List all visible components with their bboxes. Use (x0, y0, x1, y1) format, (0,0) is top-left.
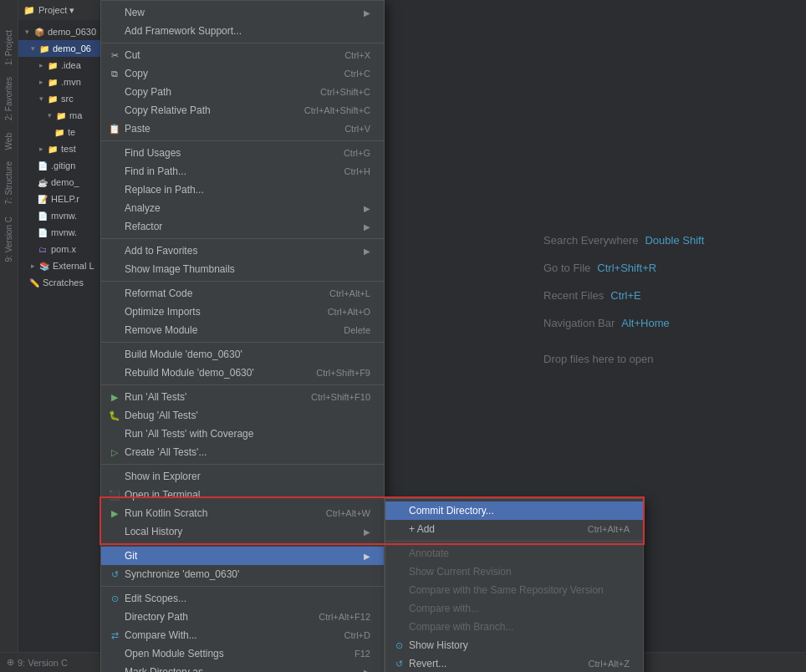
git-submenu-show-history[interactable]: ⊙ Show History (385, 636, 643, 654)
tab-structure[interactable]: 7: Structure (2, 156, 16, 210)
menu-item-add-favorites[interactable]: Add to Favorites ▶ (101, 242, 384, 260)
tree-item-label: .idea (61, 60, 81, 70)
tree-item-label: mvnw. (51, 211, 77, 221)
menu-item-edit-scopes[interactable]: ⊙ Edit Scopes... (101, 589, 384, 608)
terminal-icon: ⬛ (108, 488, 121, 501)
git-submenu-commit[interactable]: Commit Directory... (385, 501, 643, 520)
menu-item-compare-with[interactable]: ⇄ Compare With... Ctrl+D (101, 626, 384, 644)
tree-item-demo[interactable]: ☕ demo_ (18, 174, 101, 191)
tree-item-label: .gitign (51, 160, 75, 171)
menu-item-rebuild-module[interactable]: Rebuild Module 'demo_0630' Ctrl+Shift+F9 (101, 364, 384, 382)
menu-item-open-module-settings[interactable]: Open Module Settings F12 (101, 644, 384, 663)
expand-arrow: ▾ (23, 28, 32, 36)
menu-item-synchronize[interactable]: ↺ Synchronize 'demo_0630' (101, 565, 384, 583)
tree-item-idea[interactable]: ▸ 📁 .idea (18, 57, 101, 74)
menu-item-refactor[interactable]: Refactor ▶ (101, 217, 384, 236)
menu-shortcut: Ctrl+H (328, 166, 370, 176)
tab-version[interactable]: 9: Version C (2, 211, 16, 267)
menu-item-create-tests[interactable]: ▷ Create 'All Tests'... (101, 443, 384, 461)
menu-shortcut: Ctrl+Alt+A (571, 524, 630, 534)
menu-item-copy-relative-path[interactable]: Copy Relative Path Ctrl+Alt+Shift+C (101, 101, 384, 120)
tree-item-scratches[interactable]: ✏️ Scratches (18, 274, 101, 291)
menu-item-add-framework[interactable]: Add Framework Support... (101, 22, 384, 40)
hint-nav-key: Alt+Home (621, 317, 669, 329)
tree-root[interactable]: ▾ 📦 demo_0630 (18, 23, 101, 40)
scissors-icon: ✂ (108, 48, 121, 62)
tree-item-te[interactable]: 📁 te (18, 124, 101, 140)
menu-item-label: Commit Directory... (409, 505, 494, 517)
tree-item-external[interactable]: ▸ 📚 External L (18, 257, 101, 274)
git-submenu-add[interactable]: + Add Ctrl+Alt+A (385, 520, 643, 538)
hint-search-key: Double Shift (645, 234, 704, 247)
menu-item-replace-in-path[interactable]: Replace in Path... (101, 181, 384, 199)
menu-item-mark-dir[interactable]: Mark Directory as ▶ (101, 663, 384, 672)
git-submenu-revert[interactable]: ↺ Revert... Ctrl+Alt+Z (385, 654, 643, 672)
vc-label: 9: Version C (18, 658, 68, 668)
tree-item-mvnw[interactable]: 📄 mvnw. (18, 207, 101, 224)
menu-item-find-usages[interactable]: Find Usages Ctrl+G (101, 144, 384, 162)
context-menu: New ▶ Add Framework Support... ✂ Cut Ctr… (100, 0, 385, 672)
menu-item-run-coverage[interactable]: Run 'All Tests' with Coverage (101, 425, 384, 443)
menu-item-find-in-path[interactable]: Find in Path... Ctrl+H (101, 162, 384, 181)
clock-icon: ⊙ (392, 639, 406, 652)
menu-item-build-module[interactable]: Build Module 'demo_0630' (101, 345, 384, 364)
menu-item-label: Analyze (125, 202, 161, 214)
submenu-arrow: ▶ (364, 222, 370, 232)
menu-sep-9 (101, 586, 384, 587)
menu-item-remove-module[interactable]: Remove Module Delete (101, 321, 384, 339)
tree-item-label: pom.x (51, 244, 76, 254)
tree-item-label: demo_06 (53, 43, 91, 53)
paste-icon: 📋 (108, 122, 121, 135)
expand-arrow: ▸ (37, 61, 45, 69)
tree-root-label: demo_0630 (48, 27, 96, 37)
menu-item-analyze[interactable]: Analyze ▶ (101, 199, 384, 217)
menu-item-run-tests[interactable]: ▶ Run 'All Tests' Ctrl+Shift+F10 (101, 388, 384, 406)
menu-item-new[interactable]: New ▶ (101, 3, 384, 22)
menu-shortcut: Ctrl+X (328, 50, 370, 60)
tree-item-demo06[interactable]: ▾ 📁 demo_06 (18, 40, 101, 57)
menu-sep-1 (101, 43, 384, 43)
compare-icon: ⇄ (108, 629, 121, 642)
menu-item-label: Run Kotlin Scratch (125, 507, 207, 519)
menu-item-label: Find in Path... (125, 165, 186, 177)
git-submenu-compare-same: Compare with the Same Repository Version (385, 581, 643, 599)
menu-item-reformat[interactable]: Reformat Code Ctrl+Alt+L (101, 284, 384, 303)
menu-item-label: Compare with... (409, 603, 479, 614)
tree-item-mvn[interactable]: ▸ 📁 .mvn (18, 74, 101, 90)
tree-item-ma[interactable]: ▾ 📁 ma (18, 107, 101, 124)
expand-arrow: ▸ (37, 78, 45, 86)
menu-item-git[interactable]: Git ▶ (101, 547, 384, 565)
tree-item-label: Scratches (43, 277, 84, 288)
menu-item-run-kotlin[interactable]: ▶ Run Kotlin Scratch Ctrl+Alt+W (101, 504, 384, 522)
menu-item-cut[interactable]: ✂ Cut Ctrl+X (101, 46, 384, 64)
hint-recent-label: Recent Files (543, 289, 604, 302)
file-icon: 🗂 (37, 243, 48, 255)
tab-project[interactable]: 1: Project (2, 25, 16, 70)
menu-item-show-thumbnails[interactable]: Show Image Thumbnails (101, 260, 384, 278)
tree-item-mvnw2[interactable]: 📄 mvnw. (18, 224, 101, 241)
menu-item-label: Paste (125, 123, 150, 135)
git-sep-1 (385, 541, 643, 542)
version-control-tab[interactable]: ⊕ 9: Version C (7, 657, 68, 668)
hint-nav-label: Navigation Bar (543, 317, 615, 329)
menu-item-label: New (125, 7, 145, 18)
tree-item-pom[interactable]: 🗂 pom.x (18, 241, 101, 257)
menu-item-open-terminal[interactable]: ⬛ Open in Terminal (101, 486, 384, 504)
menu-item-show-explorer[interactable]: Show in Explorer (101, 467, 384, 486)
menu-item-copy-path[interactable]: Copy Path Ctrl+Shift+C (101, 83, 384, 101)
tree-item-test[interactable]: ▸ 📁 test (18, 140, 101, 157)
menu-item-local-history[interactable]: Local History ▶ (101, 522, 384, 541)
menu-shortcut: Ctrl+Shift+F9 (299, 368, 370, 378)
menu-item-debug-tests[interactable]: 🐛 Debug 'All Tests' (101, 406, 384, 425)
menu-item-copy[interactable]: ⧉ Copy Ctrl+C (101, 64, 384, 83)
menu-sep-8 (101, 543, 384, 544)
menu-item-paste[interactable]: 📋 Paste Ctrl+V (101, 120, 384, 138)
tree-item-src[interactable]: ▾ 📁 src (18, 90, 101, 107)
tab-favorites[interactable]: 2: Favorites (2, 72, 16, 125)
file-icon: 📝 (37, 193, 48, 205)
menu-item-directory-path[interactable]: Directory Path Ctrl+Alt+F12 (101, 608, 384, 626)
menu-item-optimize[interactable]: Optimize Imports Ctrl+Alt+O (101, 303, 384, 321)
tree-item-gitignore[interactable]: 📄 .gitign (18, 157, 101, 174)
tree-item-help[interactable]: 📝 HELP.r (18, 191, 101, 207)
tab-web[interactable]: Web (2, 128, 16, 155)
